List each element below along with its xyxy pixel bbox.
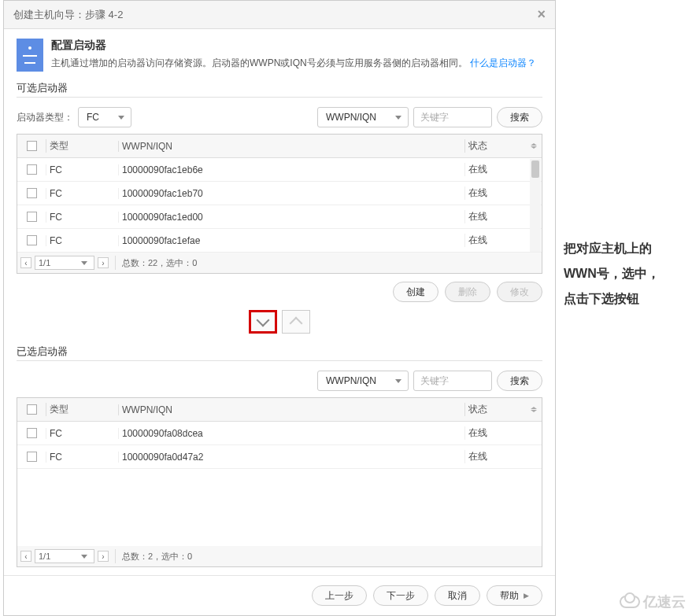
page-prev-button[interactable]: ‹ [20, 257, 31, 268]
row-checkbox[interactable] [27, 212, 37, 222]
row-checkbox[interactable] [27, 188, 37, 198]
chevron-down-icon [81, 555, 87, 559]
selected-search-field-select[interactable]: WWPN/IQN [317, 371, 409, 391]
available-table-body: FC 10000090fac1eb6e 在线 FC 10000090fac1eb… [17, 158, 542, 253]
available-search-input[interactable]: 关键字 [413, 107, 492, 127]
selected-table: 类型 WWPN/IQN 状态 FC 10000090fa08dcea 在线 FC… [17, 397, 542, 567]
col-status[interactable]: 状态 [464, 403, 527, 416]
table-row[interactable]: FC 10000090fac1eb70 在线 [17, 182, 542, 205]
prev-step-button[interactable]: 上一步 [312, 585, 367, 606]
chevron-down-icon [395, 379, 402, 383]
selected-pager: ‹ 1/1 › 总数：2，选中：0 [17, 546, 542, 566]
available-pager: ‹ 1/1 › 总数：22，选中：0 [17, 253, 542, 273]
delete-button[interactable]: 删除 [445, 282, 490, 302]
available-summary: 总数：22，选中：0 [122, 257, 197, 269]
scrollbar[interactable] [530, 159, 541, 252]
dialog-footer: 上一步 下一步 取消 帮助 ▶ [4, 575, 555, 615]
available-actions: 创建 删除 修改 [4, 274, 555, 307]
available-table: 类型 WWPN/IQN 状态 FC 10000090fac1eb6e 在线 FC… [17, 134, 542, 274]
page-prev-button[interactable]: ‹ [20, 551, 31, 562]
col-type[interactable]: 类型 [46, 403, 118, 416]
modify-button[interactable]: 修改 [497, 282, 542, 302]
table-header: 类型 WWPN/IQN 状态 [17, 398, 542, 422]
selected-section-title: 已选启动器 [4, 341, 555, 360]
move-up-button[interactable] [282, 310, 310, 334]
col-wwpn[interactable]: WWPN/IQN [118, 404, 464, 415]
col-type[interactable]: 类型 [46, 139, 118, 153]
selected-search-input[interactable]: 关键字 [413, 371, 492, 391]
cloud-icon [620, 596, 640, 608]
selected-toolbar: WWPN/IQN 关键字 搜索 [4, 367, 555, 397]
page-next-button[interactable]: › [98, 257, 109, 268]
dialog-title: 创建主机向导：步骤 4-2 [13, 8, 537, 22]
page-select[interactable]: 1/1 [35, 549, 94, 563]
available-search-field-select[interactable]: WWPN/IQN [317, 107, 409, 127]
table-row[interactable]: FC 10000090fa08dcea 在线 [17, 422, 542, 445]
watermark: 亿速云 [620, 592, 686, 611]
col-status[interactable]: 状态 [464, 139, 527, 153]
close-icon[interactable]: × [537, 6, 546, 23]
wizard-dialog: 创建主机向导：步骤 4-2 × 配置启动器 主机通过增加的启动器访问存储资源。启… [3, 0, 556, 616]
initiator-type-label: 启动器类型： [17, 111, 73, 124]
initiator-icon [17, 39, 43, 72]
title-bar: 创建主机向导：步骤 4-2 × [4, 1, 555, 29]
help-button[interactable]: 帮助 ▶ [487, 585, 542, 606]
table-row[interactable]: FC 10000090fa0d47a2 在线 [17, 445, 542, 469]
selected-search-button[interactable]: 搜索 [497, 371, 542, 391]
initiator-type-select[interactable]: FC [78, 107, 131, 127]
select-all-checkbox[interactable] [27, 404, 37, 415]
move-buttons [4, 307, 555, 341]
chevron-down-icon [118, 116, 124, 120]
table-header: 类型 WWPN/IQN 状态 [17, 135, 542, 158]
cancel-button[interactable]: 取消 [435, 585, 480, 606]
chevron-right-icon: ▶ [524, 592, 529, 599]
what-is-initiator-link[interactable]: 什么是启动器？ [470, 57, 536, 68]
row-checkbox[interactable] [27, 452, 37, 462]
available-section-title: 可选启动器 [4, 78, 555, 97]
info-bar: 配置启动器 主机通过增加的启动器访问存储资源。启动器的WWPN或IQN号必须与应… [4, 29, 555, 78]
available-search-button[interactable]: 搜索 [497, 107, 542, 127]
table-row[interactable]: FC 10000090fac1ed00 在线 [17, 205, 542, 229]
move-down-button[interactable] [249, 310, 277, 334]
page-select[interactable]: 1/1 [35, 256, 94, 270]
available-toolbar: 启动器类型： FC WWPN/IQN 关键字 搜索 [4, 104, 555, 134]
table-row[interactable]: FC 10000090fac1eb6e 在线 [17, 158, 542, 182]
info-body: 主机通过增加的启动器访问存储资源。启动器的WWPN或IQN号必须与应用服务器侧的… [51, 56, 536, 71]
chevron-down-icon [257, 314, 270, 327]
next-step-button[interactable]: 下一步 [373, 585, 428, 606]
sort-icon[interactable] [531, 143, 538, 149]
selected-summary: 总数：2，选中：0 [122, 551, 192, 563]
chevron-down-icon [395, 116, 402, 120]
info-heading: 配置启动器 [51, 39, 536, 53]
sort-icon[interactable] [531, 407, 538, 413]
page-next-button[interactable]: › [98, 551, 109, 562]
table-row[interactable]: FC 10000090fac1efae 在线 [17, 229, 542, 253]
selected-table-body: FC 10000090fa08dcea 在线 FC 10000090fa0d47… [17, 422, 542, 546]
row-checkbox[interactable] [27, 428, 37, 438]
chevron-up-icon [290, 317, 303, 330]
col-wwpn[interactable]: WWPN/IQN [118, 141, 464, 152]
annotation-text: 把对应主机上的 WWN号，选中， 点击下选按钮 [564, 236, 690, 312]
select-all-checkbox[interactable] [27, 141, 37, 151]
create-button[interactable]: 创建 [393, 282, 439, 302]
row-checkbox[interactable] [27, 235, 37, 245]
chevron-down-icon [81, 261, 87, 265]
row-checkbox[interactable] [27, 164, 37, 175]
